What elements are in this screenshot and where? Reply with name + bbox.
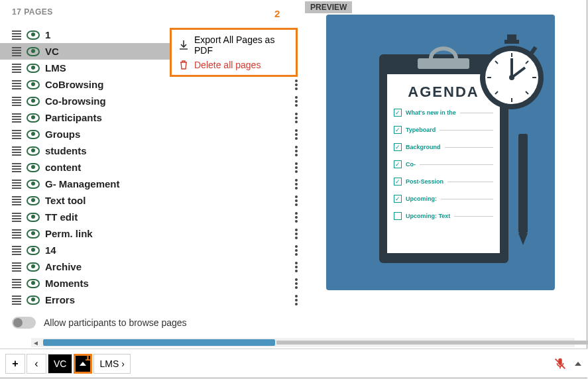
drag-handle-icon[interactable]	[12, 47, 21, 56]
horizontal-scrollbar[interactable]: ◄	[31, 338, 575, 347]
visibility-icon[interactable]	[27, 80, 40, 89]
page-row-menu-button[interactable]	[291, 80, 302, 90]
drag-handle-icon[interactable]	[12, 180, 21, 189]
delete-all-item[interactable]: Delete all pages	[176, 58, 292, 72]
drag-handle-icon[interactable]	[12, 163, 21, 172]
drag-handle-icon[interactable]	[12, 30, 21, 40]
page-row-menu-button[interactable]	[291, 129, 302, 140]
drag-handle-icon[interactable]	[12, 262, 21, 272]
drag-handle-icon[interactable]	[12, 196, 21, 205]
browse-toggle-label: Allow participants to browse pages	[44, 317, 187, 328]
page-row-menu-button[interactable]	[291, 96, 302, 107]
agenda-line: Upcoming: Text	[394, 211, 493, 221]
add-tab-button[interactable]: +	[5, 354, 25, 374]
page-row-menu-button[interactable]	[291, 212, 302, 223]
drag-handle-icon[interactable]	[12, 229, 21, 239]
page-row-menu-button[interactable]	[291, 162, 302, 173]
visibility-icon[interactable]	[27, 97, 40, 106]
page-label: Moments	[45, 278, 291, 289]
export-pdf-item[interactable]: Export All Pages as PDF	[176, 32, 292, 58]
page-row-menu-button[interactable]	[291, 262, 302, 272]
visibility-icon[interactable]	[27, 180, 40, 189]
drag-handle-icon[interactable]	[12, 97, 21, 106]
drag-handle-icon[interactable]	[12, 80, 21, 89]
page-row-menu-button[interactable]	[291, 295, 302, 305]
prev-tab-button[interactable]: ‹	[27, 354, 46, 374]
scroll-thumb[interactable]	[43, 339, 275, 346]
page-row[interactable]: Errors	[12, 292, 302, 308]
page-row[interactable]: Groups	[12, 126, 302, 142]
page-row[interactable]: 14	[12, 242, 302, 258]
svg-rect-3	[418, 58, 469, 69]
rule-line	[441, 199, 493, 199]
page-row-menu-button[interactable]	[291, 245, 302, 256]
page-label: Participants	[45, 112, 291, 123]
visibility-icon[interactable]	[27, 146, 40, 156]
agenda-item-text: Typeboard	[406, 127, 436, 133]
trash-icon	[178, 60, 189, 70]
drag-handle-icon[interactable]	[12, 279, 21, 288]
page-row[interactable]: G- Management	[12, 176, 302, 192]
tab-lms[interactable]: LMS ›	[93, 354, 130, 374]
checkbox-icon: ✓	[394, 109, 402, 117]
page-row-menu-button[interactable]	[291, 179, 302, 190]
page-label: Text tool	[45, 195, 291, 206]
rule-line	[445, 147, 493, 148]
page-row[interactable]: Participants	[12, 109, 302, 126]
page-row[interactable]: Perm. link	[12, 225, 302, 242]
agenda-item-text: Background	[406, 144, 441, 150]
drag-handle-icon[interactable]	[12, 146, 21, 156]
visibility-icon[interactable]	[27, 163, 40, 172]
visibility-icon[interactable]	[27, 229, 40, 239]
drag-handle-icon[interactable]	[12, 113, 21, 123]
page-row[interactable]: Moments	[12, 275, 302, 292]
visibility-icon[interactable]	[27, 47, 40, 56]
browse-toggle[interactable]	[12, 317, 36, 329]
visibility-icon[interactable]	[27, 296, 40, 305]
drag-handle-icon[interactable]	[12, 64, 21, 73]
visibility-icon[interactable]	[27, 30, 40, 40]
visibility-icon[interactable]	[27, 246, 40, 255]
visibility-icon[interactable]	[27, 279, 40, 288]
tab-lms-label: LMS	[99, 358, 119, 369]
page-row[interactable]: Archive	[12, 258, 302, 275]
drag-handle-icon[interactable]	[12, 213, 21, 222]
page-row-menu-button[interactable]	[291, 113, 302, 123]
mic-muted-icon[interactable]	[553, 356, 567, 371]
checkbox-icon	[394, 212, 402, 220]
page-row-menu-button[interactable]	[291, 229, 302, 239]
preview-image: AGENDA ✓What's new in the✓Typeboard✓Back…	[326, 15, 555, 290]
page-row[interactable]: Text tool	[12, 192, 302, 209]
visibility-icon[interactable]	[27, 262, 40, 272]
visibility-icon[interactable]	[27, 130, 40, 139]
agenda-item-text: What's new in the	[406, 109, 456, 116]
page-row[interactable]: Co-browsing	[12, 93, 302, 109]
clip-icon	[404, 46, 483, 70]
agenda-line: ✓Upcoming:	[394, 193, 493, 204]
visibility-icon[interactable]	[27, 196, 40, 205]
svg-rect-5	[504, 40, 519, 44]
visibility-icon[interactable]	[27, 64, 40, 73]
visibility-icon[interactable]	[27, 113, 40, 123]
drag-handle-icon[interactable]	[12, 296, 21, 305]
agenda-item-text: Co-	[406, 161, 416, 168]
rule-line	[447, 182, 493, 182]
page-row-menu-button[interactable]	[291, 278, 302, 289]
agenda-item-text: Post-Session	[406, 178, 443, 185]
export-pdf-label: Export All Pages as PDF	[194, 34, 289, 56]
page-row[interactable]: CoBrowsing	[12, 76, 302, 93]
drag-handle-icon[interactable]	[12, 246, 21, 255]
expand-up-icon[interactable]	[574, 360, 582, 367]
page-row[interactable]: TT edit	[12, 209, 302, 225]
page-count: 17 PAGES	[12, 7, 53, 17]
page-row[interactable]: students	[12, 142, 302, 159]
tab-vc[interactable]: VC	[48, 354, 72, 374]
rule-line	[420, 164, 493, 165]
page-row[interactable]: content	[12, 159, 302, 176]
visibility-icon[interactable]	[27, 213, 40, 222]
page-label: 14	[45, 244, 291, 256]
page-row-menu-button[interactable]	[291, 146, 302, 156]
page-row-menu-button[interactable]	[291, 195, 302, 206]
drag-handle-icon[interactable]	[12, 130, 21, 139]
callout-1: 1	[85, 351, 90, 362]
